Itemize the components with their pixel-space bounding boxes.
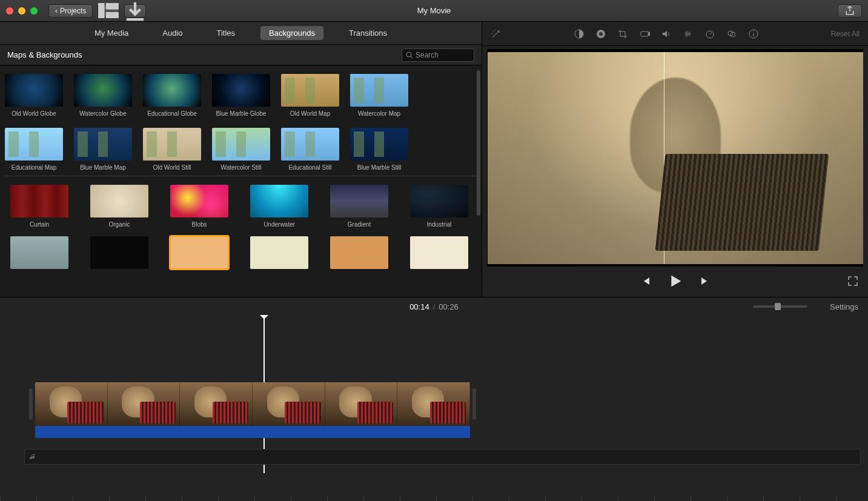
thumbnail-item[interactable]: Educational Still [281, 128, 339, 171]
tab-audio[interactable]: Audio [154, 26, 191, 40]
thumbnail-item[interactable]: Watercolor Still [212, 128, 270, 171]
next-button[interactable] [700, 276, 711, 288]
thumbnail-item[interactable]: Educational Globe [143, 74, 201, 117]
thumbnail-image [74, 74, 132, 107]
thumbnail-image [410, 236, 468, 269]
share-button[interactable] [838, 4, 862, 18]
back-label: Projects [60, 7, 86, 15]
thumbnail-item[interactable]: Industrial [405, 185, 474, 228]
clip-trim-right[interactable] [472, 388, 476, 420]
noise-reduction-button[interactable] [683, 28, 694, 39]
thumbnail-item[interactable] [325, 236, 394, 273]
thumbnail-label: Old World Globe [12, 110, 56, 117]
clip-filter-button[interactable] [726, 28, 737, 39]
preview-pane: Reset All [482, 22, 868, 297]
thumbnail-label: Old World Map [290, 110, 331, 117]
timeline-settings-button[interactable]: Settings [830, 302, 858, 311]
clip-trim-left[interactable] [29, 388, 33, 420]
thumbnail-label: Underwater [263, 221, 295, 228]
color-balance-button[interactable] [574, 28, 585, 39]
library-layout-button[interactable] [98, 4, 119, 18]
thumbnail-item[interactable]: Curtain [5, 185, 74, 228]
thumbnail-item[interactable]: Blue Marble Globe [212, 74, 270, 117]
thumbnail-label: Old World Still [153, 164, 191, 171]
svg-rect-2 [106, 12, 119, 19]
volume-button[interactable] [661, 28, 672, 39]
tab-transitions[interactable]: Transitions [340, 26, 396, 40]
search-icon [406, 51, 413, 59]
library-grid[interactable]: Old World GlobeWatercolor GlobeEducation… [0, 65, 482, 297]
scrollbar[interactable] [477, 70, 480, 216]
crop-button[interactable] [617, 28, 628, 39]
preview-viewport[interactable] [487, 49, 863, 267]
zoom-slider[interactable] [753, 305, 807, 308]
close-icon[interactable] [6, 7, 13, 15]
thumbnail-item[interactable]: Old World Globe [5, 74, 63, 117]
thumbnail-image [281, 74, 339, 107]
fullscreen-button[interactable] [847, 276, 858, 288]
speed-button[interactable] [704, 28, 715, 39]
thumbnail-image [350, 74, 408, 107]
thumbnail-label: Educational Map [12, 164, 57, 171]
tab-my-media[interactable]: My Media [86, 26, 137, 40]
titlebar: ‹ Projects My Movie [0, 0, 868, 22]
thumbnail-image [250, 236, 308, 269]
thumbnail-item[interactable]: Gradient [325, 185, 394, 228]
thumbnail-label: Curtain [30, 221, 49, 228]
stabilization-button[interactable] [639, 28, 650, 39]
thumbnail-item[interactable]: Educational Map [5, 128, 63, 171]
thumbnail-item[interactable]: Blue Marble Map [74, 128, 132, 171]
thumbnail-item[interactable] [405, 236, 474, 273]
current-time: 00:14 [409, 302, 429, 311]
thumbnail-item[interactable]: Underwater [245, 185, 314, 228]
clip-thumbnail [35, 382, 108, 426]
thumbnail-item[interactable] [165, 236, 234, 273]
total-time: 00:26 [439, 302, 459, 311]
import-button[interactable] [124, 4, 146, 18]
color-correction-button[interactable] [595, 28, 606, 39]
enhance-wand-button[interactable] [491, 28, 502, 39]
search-placeholder: Search [416, 51, 439, 59]
play-button[interactable] [668, 274, 683, 290]
thumbnail-item[interactable]: Organic [85, 185, 154, 228]
clip-thumbnail [397, 382, 470, 426]
thumbnail-item[interactable]: Watercolor Map [350, 74, 408, 117]
video-clip[interactable] [35, 382, 470, 426]
reset-all-button[interactable]: Reset All [831, 30, 860, 38]
window-controls [6, 7, 38, 15]
thumbnail-item[interactable]: Blobs [165, 185, 234, 228]
back-projects-button[interactable]: ‹ Projects [48, 4, 93, 18]
thumbnail-item[interactable] [245, 236, 314, 273]
svg-rect-7 [641, 32, 648, 36]
search-input[interactable]: Search [402, 48, 474, 62]
thumbnail-item[interactable]: Watercolor Globe [74, 74, 132, 117]
svg-point-6 [599, 32, 603, 36]
thumbnail-item[interactable]: Old World Map [281, 74, 339, 117]
thumbnail-item[interactable]: Blue Marble Still [350, 128, 408, 171]
svg-rect-0 [98, 3, 105, 19]
thumbnail-item[interactable] [5, 236, 74, 273]
prev-button[interactable] [640, 276, 651, 288]
tab-backgrounds[interactable]: Backgrounds [260, 26, 323, 40]
thumbnail-image [350, 128, 408, 161]
thumbnail-item[interactable]: Old World Still [143, 128, 201, 171]
maximize-icon[interactable] [30, 7, 38, 15]
music-icon [30, 453, 37, 460]
info-button[interactable] [748, 28, 759, 39]
thumbnail-item[interactable] [85, 236, 154, 273]
library-tabs: My Media Audio Titles Backgrounds Transi… [0, 22, 482, 45]
timeline-tracks[interactable] [0, 316, 868, 473]
clip-audio-track[interactable] [35, 426, 470, 438]
chevron-left-icon: ‹ [55, 7, 58, 15]
thumbnail-label: Watercolor Still [221, 164, 262, 171]
music-track[interactable] [24, 449, 861, 465]
thumbnail-image [281, 128, 339, 161]
minimize-icon[interactable] [18, 7, 25, 15]
thumbnail-image [410, 185, 468, 217]
timeline-ruler [0, 496, 868, 501]
clip-thumbnail [253, 382, 325, 426]
tab-titles[interactable]: Titles [208, 26, 244, 40]
timeline: 00:14 / 00:26 Settings [0, 297, 868, 501]
layout-icon [98, 3, 119, 19]
thumbnail-label: Industrial [427, 221, 452, 228]
